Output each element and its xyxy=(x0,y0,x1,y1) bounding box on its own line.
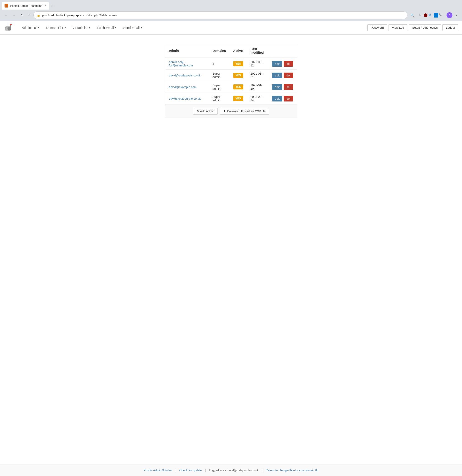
admin-table-container: Admin Domains Active Last modified xyxy=(165,44,297,118)
nav-item-fetch-email[interactable]: Fetch Email ▼ xyxy=(94,24,120,31)
table-header-row: Admin Domains Active Last modified xyxy=(165,44,297,58)
nav-item-send-email[interactable]: Send Email ▼ xyxy=(121,24,146,31)
tab-title: Postfix Admin - postfixad xyxy=(10,4,42,8)
cell-domains: 1 xyxy=(209,58,229,70)
url-text: postfixadmin.david.palepurple.co.uk/list… xyxy=(42,14,404,17)
cell-actions: editdel xyxy=(269,70,297,81)
version-link[interactable]: Postfix Admin 3.4-dev xyxy=(143,468,172,472)
col-header-admin: Admin xyxy=(165,44,209,58)
active-badge: YES xyxy=(233,73,243,78)
email-link[interactable]: david@example.com xyxy=(169,85,197,89)
svg-marker-6 xyxy=(11,24,12,25)
menu-icon[interactable]: ⋮ xyxy=(453,12,459,18)
table-row: david@codepoets.co.ukSuperadminYES2021-0… xyxy=(165,70,297,81)
cell-email: david@palepurple.co.uk xyxy=(165,93,209,104)
navbar: Admin List ▼ Domain List ▼ Virtual List … xyxy=(0,21,462,34)
table-footer: ⊕ Add Admin ⬇ Download this list as CSV … xyxy=(165,104,297,118)
extensions-icon[interactable]: ⬡ xyxy=(439,12,446,18)
add-admin-button[interactable]: ⊕ Add Admin xyxy=(193,108,218,115)
edit-button[interactable]: edit xyxy=(272,96,282,102)
delete-button[interactable]: del xyxy=(284,96,293,102)
email-link[interactable]: admin-only-for@example.com xyxy=(169,60,193,67)
footer-sep-1: | xyxy=(175,468,176,472)
email-link[interactable]: david@codepoets.co.uk xyxy=(169,74,201,77)
col-header-last-modified: Last modified xyxy=(247,44,269,58)
download-csv-button[interactable]: ⬇ Download this list as CSV file xyxy=(220,108,269,115)
browser-toolbar-icons: 🔍 ☆ S ✳ ⬡ D ⋮ xyxy=(409,12,459,18)
home-button[interactable]: ⌂ xyxy=(27,12,32,18)
action-buttons: editdel xyxy=(272,84,293,90)
mailbox-logo-icon xyxy=(5,23,14,32)
nav-item-domain-list[interactable]: Domain List ▼ xyxy=(43,24,69,31)
password-button[interactable]: Password xyxy=(367,24,387,31)
app-container: Admin List ▼ Domain List ▼ Virtual List … xyxy=(0,21,462,476)
action-buttons: editdel xyxy=(272,61,293,67)
cell-active: YES xyxy=(229,70,247,81)
col-header-active: Active xyxy=(229,44,247,58)
address-bar-row: ← → ↻ ⌂ 🔒 postfixadmin.david.palepurple.… xyxy=(0,9,462,21)
view-log-button[interactable]: View Log xyxy=(388,24,407,31)
edit-button[interactable]: edit xyxy=(272,84,282,90)
nav-right-buttons: Password View Log Setup / Diagnostics Lo… xyxy=(367,24,458,31)
forward-button[interactable]: → xyxy=(11,12,17,18)
lock-icon: 🔒 xyxy=(37,14,40,17)
logged-in-text: Logged in as david@palepurple.co.uk xyxy=(209,468,259,472)
fetch-email-caret-icon: ▼ xyxy=(115,26,117,29)
send-email-caret-icon: ▼ xyxy=(141,26,143,29)
back-button[interactable]: ← xyxy=(3,12,9,18)
footer-sep-3: | xyxy=(262,468,262,472)
bookmark-icon[interactable]: ☆ xyxy=(417,12,423,18)
active-tab[interactable]: P Postfix Admin - postfixad ✕ xyxy=(2,2,49,9)
cell-active: YES xyxy=(229,81,247,93)
return-link[interactable]: Return to change-this-to-your.domain.tld xyxy=(266,468,319,472)
navbar-brand[interactable] xyxy=(4,22,15,33)
active-badge: YES xyxy=(233,61,243,66)
virtual-list-caret-icon: ▼ xyxy=(88,26,91,29)
svg-rect-3 xyxy=(10,25,11,29)
table-row: david@example.comSuperadminYES2021-01-20… xyxy=(165,81,297,93)
admin-list-caret-icon: ▼ xyxy=(38,26,40,29)
active-badge: YES xyxy=(233,96,243,101)
cell-domains: Superadmin xyxy=(209,93,229,104)
delete-button[interactable]: del xyxy=(284,61,293,67)
table-row: admin-only-for@example.com1YES2021-06-12… xyxy=(165,58,297,70)
profile-avatar[interactable]: D xyxy=(446,12,453,18)
action-buttons: editdel xyxy=(272,96,293,102)
col-header-domains: Domains xyxy=(209,44,229,58)
cell-actions: editdel xyxy=(269,81,297,93)
new-tab-button[interactable]: + xyxy=(49,3,55,9)
edit-button[interactable]: edit xyxy=(272,61,282,67)
cell-domains: Superadmin xyxy=(209,81,229,93)
tab-close-button[interactable]: ✕ xyxy=(44,4,46,7)
cell-last-modified: 2021-06-12 xyxy=(247,58,269,70)
tab-favicon: P xyxy=(5,4,8,8)
browser-chrome: P Postfix Admin - postfixad ✕ + ← → ↻ ⌂ … xyxy=(0,0,462,21)
check-update-link[interactable]: Check for update xyxy=(179,468,202,472)
tab-bar: P Postfix Admin - postfixad ✕ + xyxy=(0,0,462,9)
address-bar[interactable]: 🔒 postfixadmin.david.palepurple.co.uk/li… xyxy=(34,11,407,19)
cell-active: YES xyxy=(229,93,247,104)
shield-extension-icon[interactable]: S xyxy=(424,13,428,17)
sparkle-extension-icon[interactable]: ✳ xyxy=(428,13,433,17)
add-icon: ⊕ xyxy=(197,110,199,113)
reload-button[interactable]: ↻ xyxy=(19,12,25,18)
cell-actions: editdel xyxy=(269,93,297,104)
cell-email: admin-only-for@example.com xyxy=(165,58,209,70)
nav-item-admin-list[interactable]: Admin List ▼ xyxy=(19,24,42,31)
footer-sep-2: | xyxy=(205,468,206,472)
action-buttons: editdel xyxy=(272,73,293,78)
table-row: david@palepurple.co.ukSuperadminYES2021-… xyxy=(165,93,297,104)
square-extension-icon[interactable] xyxy=(434,13,438,17)
delete-button[interactable]: del xyxy=(284,84,293,90)
nav-items: Admin List ▼ Domain List ▼ Virtual List … xyxy=(19,24,367,31)
edit-button[interactable]: edit xyxy=(272,73,282,78)
cell-active: YES xyxy=(229,58,247,70)
logout-button[interactable]: Logout xyxy=(442,24,458,31)
delete-button[interactable]: del xyxy=(284,73,293,78)
email-link[interactable]: david@palepurple.co.uk xyxy=(169,97,201,100)
setup-diagnostics-button[interactable]: Setup / Diagnostics xyxy=(409,24,441,31)
search-icon[interactable]: 🔍 xyxy=(409,12,416,18)
nav-item-virtual-list[interactable]: Virtual List ▼ xyxy=(70,24,93,31)
admin-table: Admin Domains Active Last modified xyxy=(165,44,297,104)
active-badge: YES xyxy=(233,85,243,89)
